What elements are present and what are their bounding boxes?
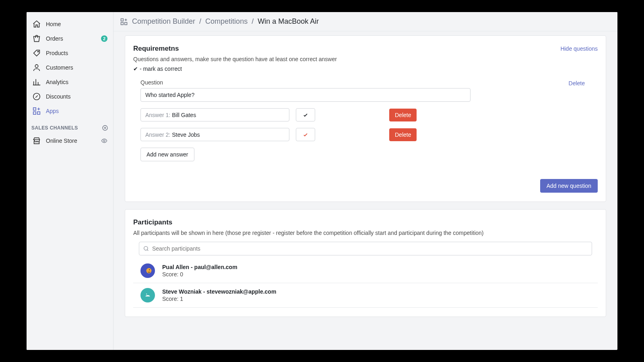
- svg-rect-5: [37, 112, 40, 114]
- sidebar-item-online-store[interactable]: Online Store: [27, 134, 113, 148]
- correct-hint: ✔ - mark as correct: [133, 66, 598, 72]
- analytics-icon: [32, 78, 41, 86]
- breadcrumb: Competition Builder / Competitions / Win…: [114, 12, 617, 31]
- delete-answer-button[interactable]: Delete: [389, 109, 417, 121]
- hide-questions-link[interactable]: Hide questions: [560, 45, 598, 52]
- breadcrumb-current: Win a MacBook Air: [258, 17, 319, 26]
- apps-icon: [120, 18, 128, 26]
- participant-name: Steve Wozniak - stevewozniak@apple.com: [162, 288, 276, 295]
- requirements-title: Requiremetns: [133, 45, 179, 53]
- sidebar-item-label: Home: [46, 21, 107, 27]
- participant-score: Score: 0: [162, 271, 237, 278]
- requirements-card: Requiremetns Hide questions Questions an…: [125, 35, 606, 202]
- orders-badge: 2: [101, 35, 107, 42]
- sidebar-item-label: Customers: [46, 64, 107, 71]
- sidebar-item-products[interactable]: Products: [27, 46, 113, 60]
- svg-point-1: [35, 65, 38, 68]
- eye-icon[interactable]: [101, 138, 107, 144]
- svg-point-16: [146, 294, 147, 294]
- participants-card: Participants All participants will be sh…: [125, 209, 606, 317]
- orders-icon: [32, 34, 41, 43]
- sidebar-item-label: Analytics: [46, 79, 107, 85]
- question-input[interactable]: [140, 88, 471, 102]
- tag-icon: [32, 49, 41, 58]
- check-icon: [303, 132, 308, 138]
- search-input[interactable]: [139, 242, 592, 255]
- mark-correct-button[interactable]: [296, 128, 315, 141]
- sidebar-item-orders[interactable]: Orders 2: [27, 31, 113, 46]
- svg-point-14: [149, 269, 150, 270]
- participants-desc: All participants will be shown in here (…: [133, 230, 598, 236]
- participant-row[interactable]: Steve Wozniak - stevewozniak@apple.com S…: [133, 283, 598, 308]
- answer-2-input[interactable]: Answer 2:: [140, 128, 289, 141]
- delete-answer-button[interactable]: Delete: [389, 128, 417, 141]
- svg-rect-4: [33, 112, 36, 114]
- svg-rect-3: [33, 108, 36, 110]
- search-icon: [143, 245, 149, 252]
- sidebar-item-apps[interactable]: Apps: [27, 104, 113, 118]
- sidebar-item-label: Products: [46, 50, 107, 56]
- breadcrumb-root[interactable]: Competition Builder: [132, 17, 195, 26]
- sidebar-item-label: Online Store: [46, 138, 101, 144]
- svg-point-0: [38, 51, 39, 52]
- svg-rect-9: [121, 22, 124, 25]
- participant-score: Score: 1: [162, 296, 276, 302]
- sidebar-item-discounts[interactable]: Discounts: [27, 89, 113, 104]
- svg-point-11: [144, 247, 148, 250]
- delete-question-link[interactable]: Delete: [569, 80, 585, 86]
- mark-correct-button[interactable]: [296, 108, 315, 121]
- question-label: Question: [140, 79, 163, 86]
- add-question-button[interactable]: Add new question: [540, 179, 598, 193]
- breadcrumb-section[interactable]: Competitions: [205, 17, 248, 26]
- sidebar-item-label: Orders: [46, 35, 101, 42]
- participant-row[interactable]: Pual Allen - paul@allen.com Score: 0: [133, 259, 598, 283]
- apps-icon: [32, 107, 41, 115]
- store-icon: [32, 136, 41, 145]
- sidebar-item-home[interactable]: Home: [27, 17, 113, 31]
- user-icon: [32, 63, 41, 72]
- svg-rect-8: [121, 19, 124, 21]
- participants-title: Participants: [133, 218, 598, 226]
- svg-point-7: [103, 140, 105, 142]
- participant-name: Pual Allen - paul@allen.com: [162, 264, 237, 270]
- avatar: [140, 263, 155, 278]
- requirements-desc: Questions and answers, make sure the que…: [133, 56, 598, 62]
- svg-rect-10: [125, 22, 127, 25]
- sidebar-item-analytics[interactable]: Analytics: [27, 75, 113, 89]
- sidebar-item-customers[interactable]: Customers: [27, 60, 113, 75]
- sidebar-item-label: Apps: [46, 108, 107, 114]
- add-answer-button[interactable]: Add new answer: [140, 148, 194, 161]
- sales-channels-heading: SALES CHANNELS: [27, 118, 113, 134]
- home-icon: [32, 20, 41, 29]
- add-channel-icon[interactable]: [102, 125, 108, 131]
- answer-1-input[interactable]: Answer 1:: [140, 108, 289, 121]
- discount-icon: [32, 92, 41, 101]
- check-icon: [303, 112, 308, 118]
- avatar: [140, 288, 155, 302]
- sidebar: Home Orders 2 Products Customers Analyti…: [27, 12, 114, 350]
- sidebar-item-label: Discounts: [46, 93, 107, 100]
